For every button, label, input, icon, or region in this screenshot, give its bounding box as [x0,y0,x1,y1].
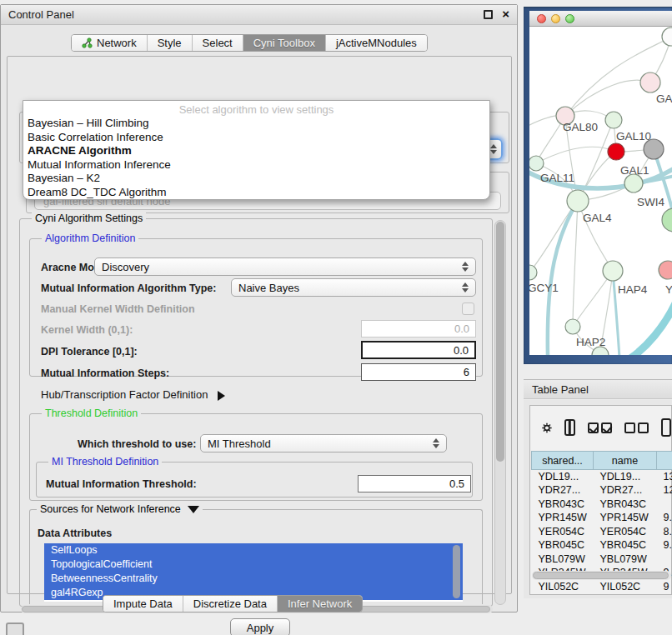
mi-threshold-definition-title: MI Threshold Definition [48,456,162,468]
settings-scrollbar-thumb[interactable] [496,222,504,462]
column-header-shared[interactable]: shared... [532,452,594,470]
manual-kernel-width-checkbox[interactable] [462,302,474,315]
node-label-gcy1: GCY1 [529,282,559,294]
close-icon[interactable]: × [502,7,509,21]
table-cell: YIL052C [594,580,657,593]
table-cell: YBR045C [594,538,657,552]
node-label-y-partial: Y [665,283,672,296]
table-cell: YDR27... [532,483,594,498]
aracne-mode-value: Discovery [102,261,149,273]
list-scrollbar-thumb[interactable] [453,545,460,598]
dropdown-item[interactable]: Bayesian – Hill Climbing [23,117,489,131]
dropdown-item[interactable]: Basic Correlation Inference [23,131,489,145]
tab-network[interactable]: Network [72,35,148,51]
table-cell: YIL052C [532,580,594,593]
tab-style-label: Style [158,37,182,49]
table-row[interactable]: YBL079W YBL079W [532,552,672,567]
settings-scrollbar[interactable] [494,220,506,605]
table-row[interactable]: YBR043C YBR043C [532,498,672,512]
node-label-gal-partial: GAL [656,92,672,105]
dropdown-item[interactable]: Bayesian – K2 [23,172,489,186]
tab-impute-data[interactable]: Impute Data [103,596,183,612]
table-row[interactable]: YPR145W YPR145W 9. [532,511,672,525]
which-threshold-combobox[interactable]: MI Threshold [200,434,447,452]
apply-button[interactable]: Apply [230,618,290,635]
table-cell [657,552,672,567]
list-item[interactable]: TopologicalCoefficient [44,558,463,572]
list-item[interactable]: BetweennessCentrality [44,572,463,586]
node-label-gal10: GAL10 [616,130,651,142]
table-row[interactable]: YER054C YER054C 8. [532,525,672,539]
table-cell: 9. [657,511,672,525]
aracne-mode-combobox[interactable]: Discovery [94,258,476,276]
select-all-columns-icon[interactable] [588,422,612,433]
mi-algorithm-type-combobox[interactable]: Naive Bayes [231,278,476,297]
column-header-name[interactable]: name [594,452,657,470]
dropdown-prompt: Select algorithm to view settings [23,102,489,117]
network-icon [82,38,93,48]
table-toolbar [530,406,671,449]
table-header-row: shared... name [532,452,672,470]
algorithm-dropdown-list: Select algorithm to view settings Bayesi… [23,100,490,200]
table-cell: YBR043C [594,498,657,512]
data-attributes-list[interactable]: SelfLoops TopologicalCoefficient Between… [44,543,463,602]
tab-cyni-toolbox[interactable]: Cyni Toolbox [243,35,326,51]
table-panel-titlebar: Table Panel [524,379,672,399]
document-icon[interactable] [661,418,671,437]
threshold-definition-title: Threshold Definition [42,408,141,419]
split-columns-icon[interactable] [564,419,575,436]
mi-threshold-label: Mutual Information Threshold: [46,478,197,490]
column-header-clipped[interactable] [657,452,672,470]
dropdown-item[interactable]: Dream8 DC_TDC Algorithm [23,186,489,200]
dpi-tolerance-field[interactable]: 0.0 [361,341,476,359]
table-row-clipped[interactable]: YIL052C YIL052C 9 [532,580,672,593]
sources-title-label: Sources for Network Inference [40,503,181,515]
checked-box-icon [601,422,612,433]
table-cell: 8. [657,525,672,539]
dropdown-item-selected[interactable]: ARACNE Algorithm [23,144,489,158]
tab-discretize-data[interactable]: Discretize Data [183,596,278,612]
node-label-hap4: HAP4 [618,283,648,296]
hub-definition-toggle[interactable]: Hub/Transcription Factor Definition [41,388,225,401]
table-cell: YBR043C [532,498,594,512]
control-panel-title: Control Panel [1,8,74,21]
unchecked-box-icon [624,422,635,433]
infer-network-panel: gal-filtered sif default node Select alg… [7,56,512,594]
mi-steps-field[interactable]: 6 [361,363,476,381]
network-canvas[interactable]: GAL GAL80 GAL10 GAL11 GAL1 SWI4 GAL4 GCY… [529,27,672,355]
table-cell [657,498,672,512]
float-window-icon[interactable] [484,10,493,19]
table-row[interactable]: YDL19... YDL19... 13 [532,470,672,484]
network-window-titlebar[interactable] [529,11,672,27]
tab-select-label: Select [203,37,233,49]
list-item[interactable]: SelfLoops [44,543,463,558]
tab-select[interactable]: Select [193,35,243,51]
table-cell: YBL079W [594,552,657,567]
table-cell: YBL079W [532,552,594,567]
tab-style[interactable]: Style [148,35,193,51]
kernel-width-field[interactable]: 0.0 [361,320,476,338]
sources-title[interactable]: Sources for Network Inference [37,503,203,515]
algorithm-definition-title: Algorithm Definition [42,232,138,244]
tab-infer-network[interactable]: Infer Network [278,596,362,612]
mi-threshold-value: 0.5 [449,478,464,490]
dropdown-item[interactable]: Mutual Information Inference [23,158,489,172]
minimize-traffic-light-icon[interactable] [551,14,560,23]
gear-icon[interactable] [542,419,552,437]
tab-jactivemnodules[interactable]: jActiveMNodules [326,35,427,51]
kernel-width-label: Kernel Width (0,1): [41,324,133,336]
mi-threshold-field[interactable]: 0.5 [358,475,471,492]
table-horizontal-scrollbar-thumb[interactable] [533,572,669,579]
zoom-traffic-light-icon[interactable] [565,14,574,23]
minimized-panel-icon[interactable] [6,622,24,635]
table-cell: YER054C [532,525,594,539]
bottom-tabstrip: Impute Data Discretize Data Infer Networ… [103,595,363,612]
table-horizontal-scrollbar[interactable] [532,571,671,580]
manual-kernel-width-label: Manual Kernel Width Definition [41,303,195,315]
close-traffic-light-icon[interactable] [537,14,546,23]
deselect-all-columns-icon[interactable] [624,422,649,433]
table-row[interactable]: YBR045C YBR045C 9. [532,538,672,552]
network-graph: GAL GAL80 GAL10 GAL11 GAL1 SWI4 GAL4 GCY… [529,27,672,355]
table-row[interactable]: YDR27... YDR27... 12 [532,483,672,498]
mi-steps-value: 6 [464,366,469,378]
